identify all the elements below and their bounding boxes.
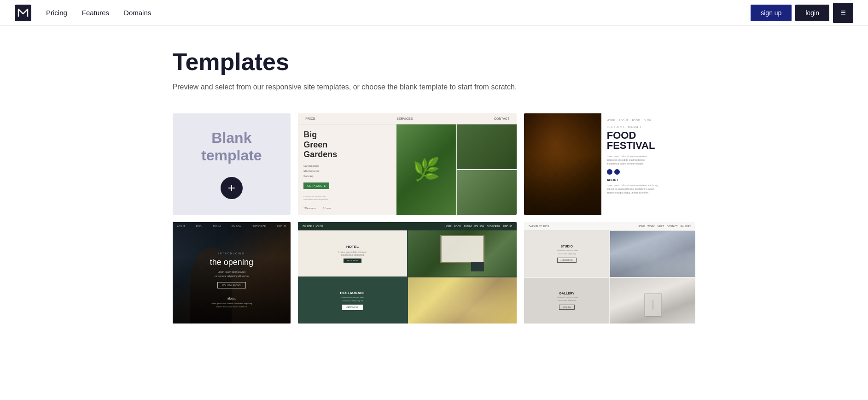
main-content: Templates Preview and select from our re… [158,26,711,353]
hotel-food-image [408,277,517,324]
nav-domains[interactable]: Domains [124,9,151,17]
login-button[interactable]: login [795,5,829,21]
template-bluebell-house[interactable]: BLUEBELL HOUSE HOMEFOODALBUMFOLLOWSUBSCR… [298,222,517,324]
opening-about: about Lorem ipsum dolor sit amet consect… [177,297,286,308]
nav-actions: sign up login ≡ [751,3,853,23]
studio-gallery-cell: GALLERY Lorem ipsum dolor sit ametconsec… [524,278,609,324]
gardens-sub-links: T Maintenance T Fencing [303,207,391,209]
studio-view-btn[interactable]: VIEW ALL [559,305,575,310]
studio-cell-title: STUDIO [561,245,573,248]
template-food-festival[interactable]: HOMEABOUTFOODBLOG OLD STREET MARKET FOOD… [524,113,695,215]
studio-gallery-desc: Lorem ipsum dolor sit ametconsectetur ad… [556,296,578,302]
studio-city-image [610,231,695,277]
gardens-title: BigGreenGardens [303,130,391,160]
opening-about-text: Lorem ipsum dolor sit amet consectetur a… [177,302,286,308]
hotel-restaurant-desc: Lorem ipsum dolor sit ametconsectetur ad… [341,296,363,302]
studio-content: STUDIO Lorem ipsum dolor sit ametconsect… [524,231,695,324]
gardens-services: LandscapingMaintenanceFencing [303,164,391,178]
gardens-image-3 [457,170,517,215]
food-title: FOODFESTIVAL [607,130,690,151]
templates-row-2: ABOUTFINDALBUMFOLLOWSUBSCRIBEFIND US INT… [173,222,696,324]
template-big-green-gardens[interactable]: PRICESERVICESCONTACT BigGreenGardens Lan… [298,113,517,215]
gardens-nav: PRICESERVICESCONTACT [298,113,517,124]
nav-pricing[interactable]: Pricing [46,9,67,17]
blank-add-icon[interactable]: + [221,177,243,199]
hotel-cell-sub: Lorem ipsum dolor sit ametconsectetur ad… [338,251,366,256]
hotel-nav-links: HOMEFOODALBUMFOLLOWSUBSCRIBEFIND US [445,225,513,228]
studio-name: DARWIN STUDIOS [529,225,549,228]
food-text-panel: HOMEABOUTFOODBLOG OLD STREET MARKET FOOD… [601,113,696,215]
food-venue-name: OLD STREET MARKET [607,125,690,129]
hotel-name: BLUEBELL HOUSE [303,225,323,228]
page-title: Templates [173,48,696,76]
hotel-restaurant-cell: RESTAURANT Lorem ipsum dolor sit ametcon… [298,277,407,324]
blank-template-label: Blank template [201,129,262,165]
food-venue-image [524,113,601,215]
food-social-icons [607,169,690,175]
hotel-menu-btn[interactable]: VIEW MENU [342,305,363,310]
hotel-info-cell: HOTEL Lorem ipsum dolor sit ametconsecte… [298,230,407,276]
gardens-image-2 [457,124,517,169]
studio-nav-links: HOMEWORKMEETCONTACTGALLERY [638,225,691,228]
page-subtitle: Preview and select from our responsive s… [173,83,696,91]
signup-button[interactable]: sign up [751,5,792,21]
food-about-text: Lorem ipsum dolor sit amet consectetur a… [607,183,690,194]
svg-rect-0 [15,5,31,21]
gardens-desc: Lorem ipsum dolor sit ametconsectetur ad… [303,195,391,201]
opening-main-title: the opening [177,258,286,267]
template-the-opening[interactable]: ABOUTFINDALBUMFOLLOWSUBSCRIBEFIND US INT… [173,222,291,324]
studio-learn-btn[interactable]: LEARN MORE [557,258,577,263]
studio-cell-sub: Lorem ipsum dolor sit ametconsectetur ad… [556,249,578,255]
hotel-exterior-image [408,230,517,276]
food-nav: HOMEABOUTFOODBLOG [607,119,690,122]
hotel-book-btn[interactable]: BOOK NOW [344,259,361,263]
navbar: Pricing Features Domains sign up login ≡ [0,0,868,26]
studio-nav: DARWIN STUDIOS HOMEWORKMEETCONTACTGALLER… [524,222,695,231]
opening-nav: ABOUTFINDALBUMFOLLOWSUBSCRIBEFIND US [173,222,291,230]
templates-row-1: Blank template + PRICESERVICESCONTACT Bi… [173,113,696,215]
template-darwin-studios[interactable]: DARWIN STUDIOS HOMEWORKMEETCONTACTGALLER… [524,222,695,324]
food-desc: Lorem ipsum dolor sit amet consectetur a… [607,154,690,165]
logo[interactable] [15,5,31,21]
opening-cta[interactable]: FOLLOW ALONG [217,282,246,288]
hotel-nav: BLUEBELL HOUSE HOMEFOODALBUMFOLLOWSUBSCR… [298,222,517,230]
hotel-content: HOTEL Lorem ipsum dolor sit ametconsecte… [298,230,517,324]
menu-button[interactable]: ≡ [833,3,853,23]
gardens-image-1 [396,124,456,215]
opening-about-title: about [177,297,286,300]
studio-info-cell: STUDIO Lorem ipsum dolor sit ametconsect… [524,231,609,277]
hotel-restaurant-title: RESTAURANT [340,291,365,295]
opening-desc: Lorem ipsum dolor sit amet consectetur a… [177,270,286,278]
opening-text: INTRODUCING the opening Lorem ipsum dolo… [173,247,291,293]
studio-gallery-title: GALLERY [559,292,574,295]
template-blank[interactable]: Blank template + [173,113,291,215]
nav-features[interactable]: Features [82,9,109,17]
gardens-cta[interactable]: GET A QUOTE [303,182,329,189]
studio-artwork-image [610,278,695,324]
nav-links: Pricing Features Domains [46,9,751,17]
opening-intro-label: INTRODUCING [177,252,286,255]
food-about-heading: ABOUT [607,178,690,182]
hotel-cell-title: HOTEL [346,245,359,249]
